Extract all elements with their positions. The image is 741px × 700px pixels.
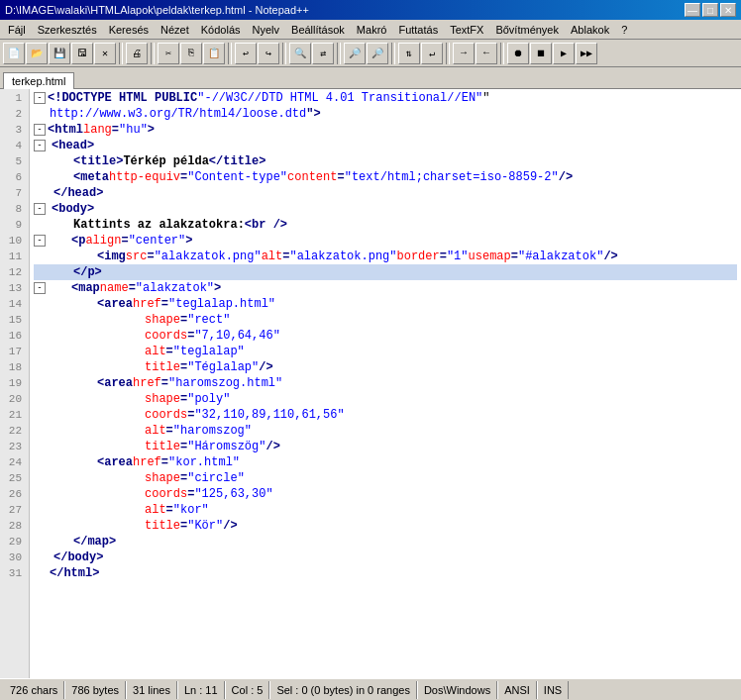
code-line-23: <area href="kor.html" [34,454,737,470]
fold-2[interactable]: - [34,124,46,136]
status-bytes: 786 bytes [64,681,126,699]
toolbar: 📄 📂 💾 🖫 ✕ 🖨 ✂ ⎘ 📋 ↩ ↪ 🔍 ⇄ 🔎 🔎 ⇅ ↵ → ← ⏺ … [0,40,741,67]
code-line-7: - <body> [34,201,737,217]
fold-1[interactable]: - [34,92,46,104]
code-line-26: alt="kor" [34,502,737,518]
toolbar-run[interactable]: ▶▶ [576,43,597,64]
toolbar-redo[interactable]: ↪ [258,43,279,64]
line-num-23: 23 [4,439,25,454]
minimize-button[interactable]: — [685,3,700,17]
toolbar-close[interactable]: ✕ [94,43,116,64]
toolbar-new[interactable]: 📄 [3,43,25,64]
status-lines: 31 lines [126,681,177,699]
toolbar-macro-play[interactable]: ▶ [553,43,575,64]
code-line-19: shape="poly" [34,391,737,407]
code-line-14: shape="rect" [34,312,737,328]
code-line-17: title="Téglalap" /> [34,359,737,375]
toolbar-save-all[interactable]: 🖫 [71,43,93,64]
line-num-28: 28 [4,518,25,534]
code-line-13: <area href="teglalap.html" [34,296,737,312]
code-line-20: coords="32,110,89,110,61,56" [34,407,737,423]
menu-settings[interactable]: Beállítások [285,23,351,37]
toolbar-indent[interactable]: → [453,43,475,64]
code-line-6: </head> [34,185,737,201]
line-num-17: 17 [4,344,25,359]
toolbar-copy[interactable]: ⎘ [180,43,202,64]
line-num-10: 10 [4,233,25,249]
fold-3[interactable]: - [34,140,46,151]
code-area[interactable]: - <!DOCTYPE HTML PUBLIC "-//W3C//DTD HTM… [30,89,741,678]
toolbar-print[interactable]: 🖨 [126,43,148,64]
status-chars: 726 chars [4,681,64,699]
toolbar-open[interactable]: 📂 [26,43,48,64]
line-num-30: 30 [4,550,25,565]
toolbar-macro-rec[interactable]: ⏺ [507,43,529,64]
line-num-3: 3 [4,122,25,138]
menu-encoding[interactable]: Kódolás [195,23,247,37]
menu-plugins[interactable]: Bővítmények [489,23,565,37]
menu-help[interactable]: ? [615,23,633,37]
code-line-8: Kattints az alakzatokra:<br /> [34,217,737,233]
menu-run[interactable]: Futtatás [392,23,444,37]
menu-windows[interactable]: Ablakok [565,23,615,37]
toolbar-undo[interactable]: ↩ [235,43,257,64]
status-encoding: ANSI [497,681,537,699]
menu-search[interactable]: Keresés [103,23,155,37]
line-num-29: 29 [4,534,25,550]
toolbar-sync-scroll[interactable]: ⇅ [398,43,420,64]
toolbar-word-wrap[interactable]: ↵ [421,43,443,64]
status-ln: Ln : 11 [177,681,225,699]
code-line-1: - <!DOCTYPE HTML PUBLIC "-//W3C//DTD HTM… [34,90,737,106]
fold-9[interactable]: - [34,235,46,247]
toolbar-unindent[interactable]: ← [476,43,497,64]
line-num-19: 19 [4,375,25,391]
toolbar-separator-5 [337,43,341,64]
title-text: D:\IMAGE\walaki\HTMLAlapok\peldak\terkep… [5,4,309,16]
code-line-29: </body> [34,550,737,565]
toolbar-macro-stop[interactable]: ⏹ [530,43,552,64]
code-line-9: - <p align="center"> [34,233,737,249]
menu-bar: Fájl Szerkesztés Keresés Nézet Kódolás N… [0,20,741,40]
maximize-button[interactable]: □ [702,3,718,17]
menu-language[interactable]: Nyelv [247,23,286,37]
toolbar-separator-3 [228,43,232,64]
menu-textfx[interactable]: TextFX [444,23,489,37]
fold-12[interactable]: - [34,282,46,294]
toolbar-replace[interactable]: ⇄ [312,43,334,64]
toolbar-separator-1 [119,43,123,64]
toolbar-zoom-in[interactable]: 🔎 [344,43,366,64]
line-num-15: 15 [4,312,25,328]
toolbar-cut[interactable]: ✂ [158,43,179,64]
toolbar-zoom-out[interactable]: 🔎 [367,43,388,64]
window-controls: — □ ✕ [685,3,736,17]
status-eol: Dos\Windows [417,681,497,699]
code-line-10: <img src="alakzatok.png" alt="alakzatok.… [34,249,737,264]
toolbar-paste[interactable]: 📋 [203,43,225,64]
close-button[interactable]: ✕ [720,3,736,17]
line-num-11: 11 [4,249,25,264]
code-line-4: <title>Térkép példa</title> [34,153,737,169]
menu-edit[interactable]: Szerkesztés [32,23,103,37]
tab-terkep[interactable]: terkep.html [3,72,74,89]
tab-bar: terkep.html [0,67,741,89]
menu-view[interactable]: Nézet [155,23,195,37]
code-line-31 [34,581,737,597]
fold-7[interactable]: - [34,203,46,215]
line-num-21: 21 [4,407,25,423]
title-bar: D:\IMAGE\walaki\HTMLAlapok\peldak\terkep… [0,0,741,20]
line-num-27: 27 [4,502,25,518]
menu-macro[interactable]: Makró [351,23,393,37]
code-line-5: <meta http-equiv="Content-type" content=… [34,169,737,185]
code-line-30: </html> [34,565,737,581]
menu-file[interactable]: Fájl [2,23,32,37]
line-num-7: 7 [4,185,25,201]
toolbar-find[interactable]: 🔍 [289,43,311,64]
code-line-21: alt="haromszog" [34,423,737,439]
code-line-11: </p> [34,264,737,280]
code-line-16: alt="teglalap" [34,344,737,359]
code-line-24: shape="circle" [34,470,737,486]
toolbar-save[interactable]: 💾 [49,43,70,64]
status-sel: Sel : 0 (0 bytes) in 0 ranges [269,681,417,699]
toolbar-separator-2 [151,43,155,64]
code-line-18: <area href="haromszog.html" [34,375,737,391]
